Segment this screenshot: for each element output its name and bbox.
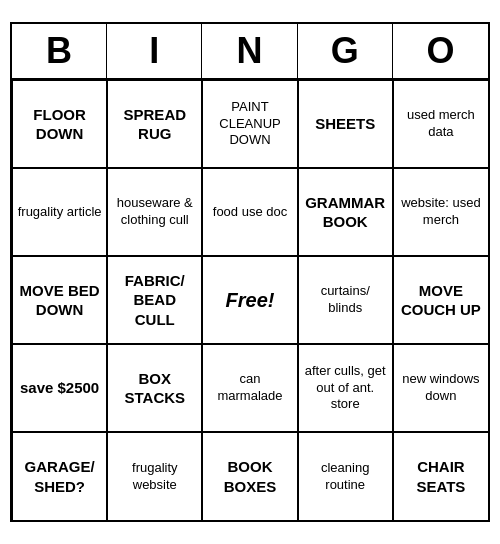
bingo-cell-10: MOVE BED DOWN — [12, 256, 107, 344]
header-letter-i: I — [107, 24, 202, 78]
bingo-cell-21: frugality website — [107, 432, 202, 520]
bingo-cell-1: SPREAD RUG — [107, 80, 202, 168]
header-letter-b: B — [12, 24, 107, 78]
bingo-cell-22: BOOK BOXES — [202, 432, 297, 520]
bingo-cell-5: frugality article — [12, 168, 107, 256]
bingo-cell-6: houseware & clothing cull — [107, 168, 202, 256]
bingo-cell-3: SHEETS — [298, 80, 393, 168]
bingo-grid: FLOOR DOWNSPREAD RUGPAINT CLEANUP DOWNSH… — [12, 80, 488, 520]
bingo-cell-9: website: used merch — [393, 168, 488, 256]
bingo-cell-18: after culls, get out of ant. store — [298, 344, 393, 432]
bingo-cell-14: MOVE COUCH UP — [393, 256, 488, 344]
header-letter-o: O — [393, 24, 488, 78]
bingo-cell-16: BOX STACKS — [107, 344, 202, 432]
bingo-cell-23: cleaning routine — [298, 432, 393, 520]
bingo-cell-15: save $2500 — [12, 344, 107, 432]
bingo-cell-20: GARAGE/ SHED? — [12, 432, 107, 520]
bingo-cell-19: new windows down — [393, 344, 488, 432]
header-letter-g: G — [298, 24, 393, 78]
bingo-cell-0: FLOOR DOWN — [12, 80, 107, 168]
bingo-cell-8: GRAMMAR BOOK — [298, 168, 393, 256]
bingo-cell-2: PAINT CLEANUP DOWN — [202, 80, 297, 168]
bingo-cell-11: FABRIC/ BEAD CULL — [107, 256, 202, 344]
bingo-cell-13: curtains/ blinds — [298, 256, 393, 344]
bingo-cell-7: food use doc — [202, 168, 297, 256]
header-letter-n: N — [202, 24, 297, 78]
bingo-cell-17: can marmalade — [202, 344, 297, 432]
bingo-cell-4: used merch data — [393, 80, 488, 168]
bingo-cell-12: Free! — [202, 256, 297, 344]
bingo-header: BINGO — [12, 24, 488, 80]
bingo-cell-24: CHAIR SEATS — [393, 432, 488, 520]
bingo-card: BINGO FLOOR DOWNSPREAD RUGPAINT CLEANUP … — [10, 22, 490, 522]
